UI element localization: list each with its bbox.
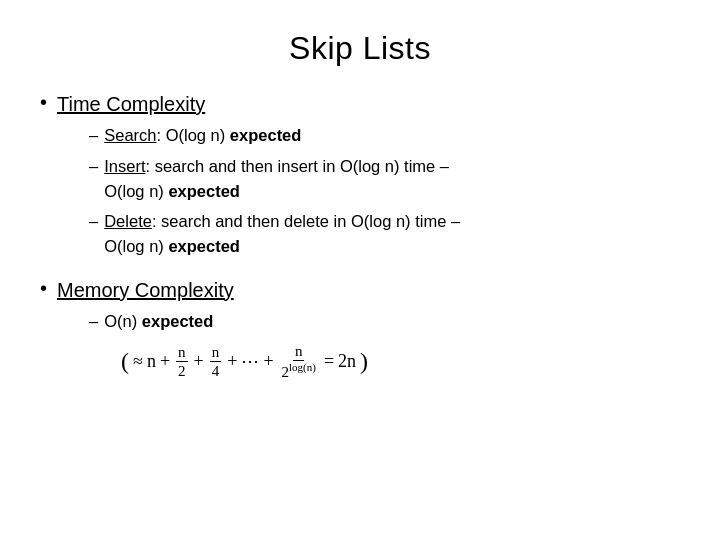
- equals-symbol: =: [324, 348, 334, 375]
- frac3-den-base: 2: [282, 364, 290, 380]
- delete-label: Delete: [104, 212, 152, 230]
- frac2-denominator: 4: [210, 362, 222, 380]
- memory-complexity-block: Memory Complexity – O(n) expected ( ≈: [57, 275, 368, 381]
- frac1-numerator: n: [176, 343, 188, 362]
- memory-main-item: – O(n) expected: [89, 309, 368, 334]
- fraction-n-2logn: n 2log(n): [280, 342, 318, 381]
- dash-insert: –: [89, 154, 98, 179]
- search-text: Search: O(log n) expected: [104, 123, 460, 148]
- math-expression: ( ≈ n + n 2 + n 4: [121, 342, 368, 381]
- math-formula: ( ≈ n + n 2 + n 4: [121, 342, 368, 381]
- search-label: Search: [104, 126, 156, 144]
- search-item: – Search: O(log n) expected: [89, 123, 460, 148]
- plus-2: +: [194, 348, 204, 375]
- bullet-dot-2: •: [40, 273, 47, 303]
- close-paren: ): [360, 349, 368, 373]
- insert-expected: expected: [168, 182, 240, 200]
- cdots-symbol: ⋯: [241, 348, 259, 375]
- dash-search: –: [89, 123, 98, 148]
- bullet-time-complexity: • Time Complexity – Search: O(log n) exp…: [40, 89, 680, 265]
- bullet-dot-1: •: [40, 87, 47, 117]
- insert-item: – Insert: search and then insert in O(lo…: [89, 154, 460, 204]
- delete-expected: expected: [168, 237, 240, 255]
- frac3-denominator: 2log(n): [280, 361, 318, 381]
- frac2-numerator: n: [210, 343, 222, 362]
- delete-item: – Delete: search and then delete in O(lo…: [89, 209, 460, 259]
- dash-memory: –: [89, 309, 98, 334]
- plus-1: +: [160, 348, 170, 375]
- approx-symbol: ≈: [133, 348, 143, 375]
- plus-4: +: [263, 348, 273, 375]
- content-area: • Time Complexity – Search: O(log n) exp…: [40, 89, 680, 381]
- result-2n: 2n: [338, 348, 356, 375]
- fraction-n-2: n 2: [176, 343, 188, 380]
- time-complexity-block: Time Complexity – Search: O(log n) expec…: [57, 89, 460, 265]
- search-expected: expected: [230, 126, 302, 144]
- insert-text: Insert: search and then insert in O(log …: [104, 154, 460, 204]
- var-n: n: [147, 348, 156, 375]
- insert-label: Insert: [104, 157, 145, 175]
- slide: Skip Lists • Time Complexity – Search: O…: [0, 0, 720, 540]
- memory-expected: expected: [142, 312, 214, 330]
- slide-title: Skip Lists: [40, 30, 680, 67]
- frac3-numerator: n: [293, 342, 305, 361]
- bullet-memory-complexity: • Memory Complexity – O(n) expected (: [40, 275, 680, 381]
- frac1-denominator: 2: [176, 362, 188, 380]
- fraction-n-4: n 4: [210, 343, 222, 380]
- plus-3: +: [227, 348, 237, 375]
- memory-complexity-subitems: – O(n) expected ( ≈ n +: [89, 309, 368, 381]
- time-complexity-subitems: – Search: O(log n) expected – Insert: se…: [89, 123, 460, 259]
- frac3-den-exp: log(n): [289, 361, 316, 373]
- memory-text: O(n) expected: [104, 309, 368, 334]
- delete-text: Delete: search and then delete in O(log …: [104, 209, 460, 259]
- open-paren: (: [121, 349, 129, 373]
- dash-delete: –: [89, 209, 98, 234]
- time-complexity-label: Time Complexity: [57, 93, 205, 115]
- memory-complexity-label: Memory Complexity: [57, 279, 234, 301]
